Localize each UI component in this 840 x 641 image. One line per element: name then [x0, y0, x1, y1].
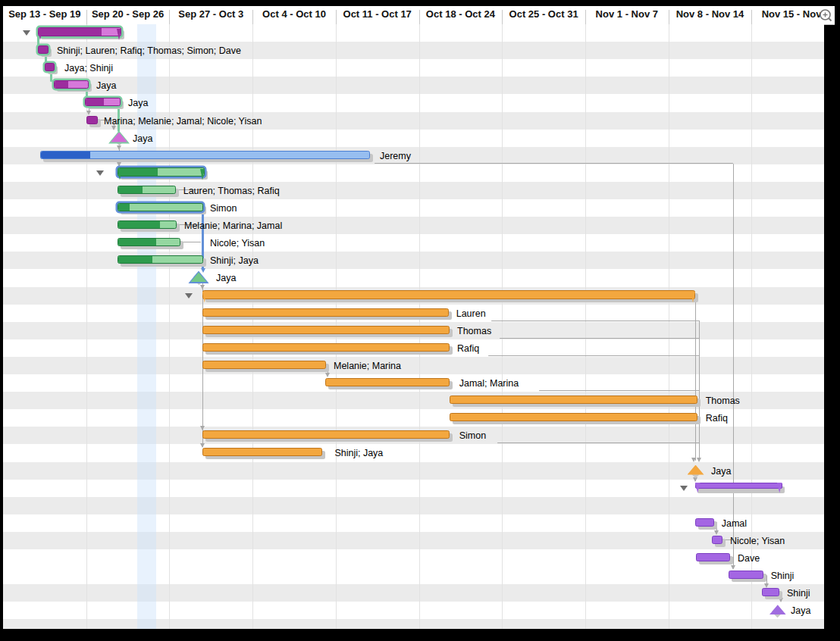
summary-bar[interactable]: [38, 27, 121, 36]
row-stripe: [3, 269, 824, 286]
week-gridline: [585, 24, 586, 629]
dependency-line: [730, 557, 733, 558]
milestone-marker: [769, 605, 786, 614]
task-bar[interactable]: [450, 396, 697, 404]
task-bar[interactable]: [729, 571, 763, 579]
task-bar[interactable]: [118, 203, 203, 211]
summary-bar[interactable]: [202, 290, 695, 299]
task-progress-fill: [39, 28, 102, 36]
task-bar[interactable]: [202, 308, 449, 317]
disclosure-triangle-icon[interactable]: [185, 293, 193, 299]
task-label: Shinji; Jaya: [334, 448, 383, 458]
row-stripe: [3, 77, 824, 94]
disclosure-triangle-icon[interactable]: [96, 170, 104, 176]
task-bar[interactable]: [85, 98, 121, 106]
task-label: Shinji; Lauren; Rafiq; Thomas; Simon; Da…: [57, 45, 241, 56]
dependency-arrow-icon: [325, 373, 330, 377]
timeline-header: Sep 13 - Sep 19Sep 20 - Sep 26Sep 27 - O…: [3, 6, 835, 25]
task-label: Jaya: [133, 133, 152, 144]
task-progress-fill: [118, 204, 130, 211]
header-divider: [751, 10, 752, 24]
header-divider: [169, 10, 170, 24]
task-progress-fill: [118, 256, 152, 263]
task-bar[interactable]: [712, 536, 722, 544]
week-header-label: Nov 1 - Nov 7: [596, 8, 658, 20]
task-bar[interactable]: [38, 45, 49, 54]
week-gridline: [502, 24, 503, 629]
task-label: Nicole; Yisan: [210, 238, 265, 249]
row-stripe: [3, 532, 824, 549]
task-bar[interactable]: [762, 588, 779, 596]
task-bar[interactable]: [40, 151, 370, 159]
milestone-diamond[interactable]: [108, 131, 130, 146]
row-stripe: [3, 497, 824, 514]
task-bar[interactable]: [45, 63, 55, 71]
task-label: Lauren: [456, 308, 486, 319]
task-bar[interactable]: [118, 238, 180, 246]
header-divider: [669, 10, 669, 24]
header-divider: [86, 10, 87, 24]
week-header-label: Nov 8 - Nov 14: [676, 8, 744, 20]
task-bar[interactable]: [202, 361, 326, 369]
header-divider: [336, 10, 337, 24]
dependency-arrow-icon: [86, 111, 91, 115]
dependency-arrow-icon: [779, 598, 783, 602]
magnifier-plus-icon[interactable]: [818, 8, 833, 23]
task-label: Simon: [459, 430, 486, 441]
task-bar[interactable]: [54, 80, 89, 89]
row-stripe: [3, 94, 824, 111]
task-label: Jeremy: [380, 151, 411, 161]
task-bar[interactable]: [118, 220, 177, 229]
summary-bar[interactable]: [118, 167, 205, 177]
task-bar[interactable]: [202, 430, 450, 439]
row-stripe: [3, 409, 824, 427]
task-label: Shinji: [771, 571, 795, 581]
task-label: Jaya; Shinji: [64, 63, 113, 73]
task-label: Nicole; Yisan: [730, 536, 785, 546]
dependency-line: [375, 163, 733, 164]
week-gridline: [669, 24, 669, 629]
milestone-diamond[interactable]: [188, 270, 209, 286]
row-stripe: [3, 357, 824, 374]
task-progress-fill: [55, 81, 68, 88]
dependency-line: [733, 164, 734, 568]
task-label: Jaya: [128, 98, 148, 108]
task-bar[interactable]: [202, 343, 450, 352]
dependency-arrow-icon: [117, 145, 121, 150]
task-bar[interactable]: [695, 518, 714, 527]
task-bar[interactable]: [118, 186, 176, 194]
task-progress-fill: [118, 168, 158, 176]
week-header-label: Sep 20 - Sep 26: [92, 8, 164, 20]
dependency-line: [699, 320, 700, 461]
task-bar[interactable]: [696, 553, 730, 561]
row-stripe: [3, 602, 824, 619]
milestone-diamond[interactable]: [685, 464, 707, 479]
summary-bar[interactable]: [695, 483, 782, 489]
milestone-diamond[interactable]: [767, 603, 788, 618]
disclosure-triangle-icon[interactable]: [23, 30, 30, 36]
task-bar[interactable]: [202, 326, 450, 334]
task-bar[interactable]: [202, 448, 323, 456]
dependency-line: [539, 390, 700, 391]
task-bar[interactable]: [86, 116, 98, 124]
task-bar[interactable]: [450, 413, 697, 421]
dependency-line: [180, 242, 201, 242]
task-progress-fill: [118, 186, 143, 193]
milestone-marker: [111, 133, 127, 142]
task-label: Simon: [210, 203, 237, 214]
milestone-marker: [688, 465, 704, 475]
task-label: Marina; Melanie; Jamal; Nicole; Yisan: [104, 116, 262, 127]
task-label: Rafiq: [706, 413, 728, 424]
task-bar[interactable]: [325, 378, 450, 386]
row-stripe: [3, 59, 824, 77]
task-label: Melanie; Marina; Jamal: [184, 220, 282, 231]
header-divider: [502, 10, 503, 24]
task-bar[interactable]: [118, 255, 203, 264]
disclosure-triangle-icon[interactable]: [680, 486, 688, 491]
milestone-marker: [190, 272, 207, 282]
gantt-chart-area: Shinji; Lauren; Rafiq; Thomas; Simon; Da…: [3, 24, 824, 629]
task-label: Rafiq: [457, 343, 479, 354]
week-header-label: Sep 13 - Sep 19: [8, 8, 80, 20]
task-label: Jaya: [216, 273, 236, 283]
task-label: Shinji: [787, 588, 810, 599]
